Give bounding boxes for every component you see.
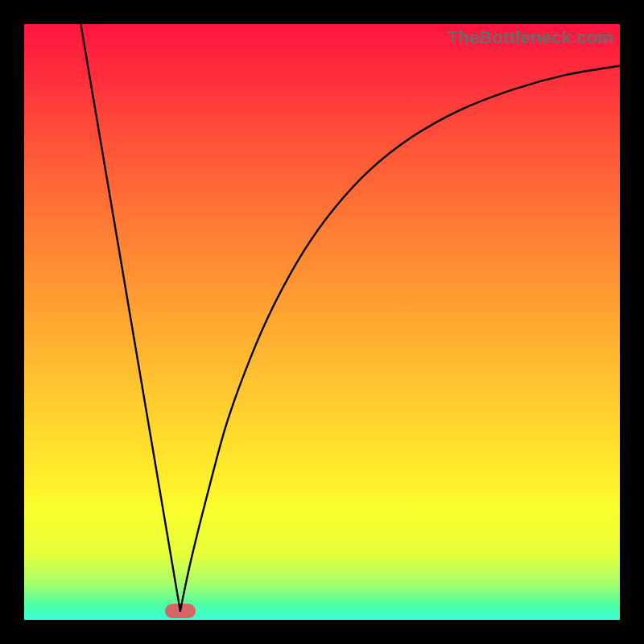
bottleneck-curve xyxy=(24,24,620,620)
watermark-label: TheBottleneck.com xyxy=(448,27,613,48)
curve-path xyxy=(80,24,620,611)
gradient-plot-area: TheBottleneck.com xyxy=(24,24,620,620)
